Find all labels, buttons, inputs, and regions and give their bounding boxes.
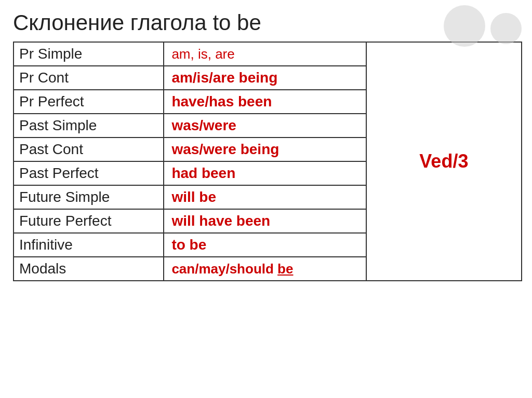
modals-be: be bbox=[277, 261, 293, 277]
row-label: Infinitive bbox=[14, 233, 164, 257]
deco-circle-1 bbox=[444, 5, 485, 47]
decorative-circles bbox=[444, 5, 522, 47]
page-wrapper: Склонение глагола to be Pr Simpleam, is,… bbox=[0, 0, 532, 286]
row-label: Pr Perfect bbox=[14, 90, 164, 114]
conjugation-table: Pr Simpleam, is, areVed/3Pr Contam/is/ar… bbox=[13, 42, 522, 281]
row-value: will have been bbox=[164, 209, 366, 233]
row-label: Past Simple bbox=[14, 114, 164, 138]
row-label: Pr Simple bbox=[14, 42, 164, 66]
row-value: am/is/are being bbox=[164, 66, 366, 90]
row-value: can/may/should be bbox=[164, 257, 366, 281]
row-value: was/were bbox=[164, 114, 366, 138]
row-value: will be bbox=[164, 185, 366, 209]
row-label: Future Perfect bbox=[14, 209, 164, 233]
deco-circle-2 bbox=[490, 13, 522, 44]
row-value: am, is, are bbox=[164, 42, 366, 66]
row-label: Past Cont bbox=[14, 138, 164, 161]
row-value: to be bbox=[164, 233, 366, 257]
row-label: Pr Cont bbox=[14, 66, 164, 90]
page-title: Склонение глагола to be bbox=[13, 10, 519, 35]
ved-cell: Ved/3 bbox=[366, 42, 522, 281]
row-label: Past Perfect bbox=[14, 161, 164, 185]
row-value: have/has been bbox=[164, 90, 366, 114]
modals-text: can/may/should bbox=[171, 261, 277, 277]
row-label: Future Simple bbox=[14, 185, 164, 209]
row-value: was/were being bbox=[164, 138, 366, 161]
row-label: Modals bbox=[14, 257, 164, 281]
row-value: had been bbox=[164, 161, 366, 185]
